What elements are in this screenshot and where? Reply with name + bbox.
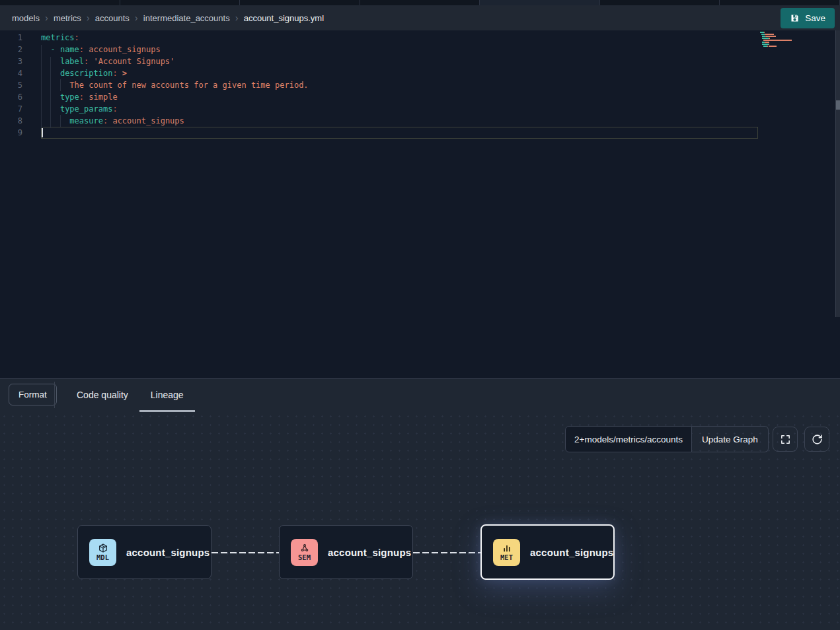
line-content: metrics: — [41, 32, 79, 44]
indent-guide — [50, 57, 51, 128]
breadcrumb-item[interactable]: metrics — [54, 13, 81, 23]
breadcrumb-item[interactable]: accounts — [95, 13, 130, 23]
badge-label: SEM — [298, 554, 311, 561]
breadcrumb: models›metrics›accounts›intermediate_acc… — [12, 13, 324, 24]
code-line[interactable]: 5 The count of new accounts for a given … — [0, 79, 840, 91]
save-icon — [790, 13, 800, 23]
tab-code-quality[interactable]: Code quality — [65, 379, 139, 412]
current-line-highlight — [41, 127, 758, 139]
breadcrumb-item[interactable]: models — [12, 13, 40, 23]
lineage-node-model[interactable]: MDL account_signups — [77, 525, 211, 579]
refresh-button[interactable] — [804, 427, 829, 452]
ide-window: models›metrics›accounts›intermediate_acc… — [0, 0, 840, 630]
lineage-edge — [413, 552, 480, 553]
line-number: 8 — [0, 115, 22, 127]
bar-chart-icon — [502, 543, 512, 553]
code-line[interactable]: 7 type_params: — [0, 103, 840, 115]
code-line[interactable]: 2 - name: account_signups — [0, 44, 840, 55]
line-number: 7 — [0, 103, 22, 115]
code-line[interactable]: 3 label: 'Account Signups' — [0, 55, 840, 67]
window-tab[interactable] — [240, 0, 360, 5]
line-content: measure: account_signups — [41, 115, 184, 127]
indent-guide — [60, 115, 61, 127]
lineage-edge — [211, 552, 279, 553]
line-content: type: simple — [41, 91, 118, 103]
node-label: account_signups — [328, 547, 411, 558]
code-line[interactable]: 4 description: > — [0, 67, 840, 79]
scrollbar-thumb[interactable] — [836, 100, 840, 110]
refresh-icon — [812, 434, 823, 445]
breadcrumb-separator-icon: › — [87, 13, 90, 24]
lineage-canvas[interactable]: Update Graph — [0, 412, 840, 630]
tab-divider — [54, 382, 55, 408]
window-tab[interactable] — [360, 0, 480, 5]
metric-badge: MET — [493, 539, 520, 566]
window-tabstrip — [0, 0, 840, 5]
window-tab[interactable] — [480, 0, 600, 5]
line-content: - name: account_signups — [41, 44, 161, 55]
window-tab[interactable] — [120, 0, 241, 5]
file-header-bar: models›metrics›accounts›intermediate_acc… — [0, 5, 840, 30]
panel-tabs: Code qualityLineage — [65, 379, 195, 412]
line-content: The count of new accounts for a given ti… — [41, 79, 309, 91]
line-number: 9 — [0, 127, 22, 139]
breadcrumb-item[interactable]: intermediate_accounts — [143, 13, 230, 23]
line-number: 4 — [0, 67, 22, 79]
network-icon — [299, 543, 310, 553]
breadcrumb-separator-icon: › — [235, 13, 239, 24]
line-content: label: 'Account Signups' — [41, 55, 174, 67]
line-content: type_params: — [41, 103, 118, 115]
lineage-node-semantic-model[interactable]: SEM account_signups — [279, 525, 413, 579]
lineage-node-metric[interactable]: MET account_signups — [480, 524, 615, 580]
line-number: 1 — [0, 32, 22, 44]
model-badge: MDL — [89, 539, 116, 566]
semantic-badge: SEM — [291, 539, 318, 566]
panel-tab-row: Format Code qualityLineage — [0, 379, 840, 412]
cube-icon — [98, 543, 108, 553]
badge-label: MET — [500, 554, 513, 561]
lineage-selector-input[interactable] — [565, 426, 692, 452]
text-cursor — [42, 128, 43, 137]
minimap[interactable] — [760, 32, 802, 50]
badge-label: MDL — [96, 554, 109, 561]
editor-scrollbar[interactable] — [835, 30, 840, 317]
code-line[interactable]: 9 — [0, 127, 840, 139]
line-content: description: > — [41, 67, 127, 79]
window-tab[interactable] — [0, 0, 120, 5]
window-tab[interactable] — [720, 0, 840, 5]
bottom-panel: Format Code qualityLineage Update Graph — [0, 379, 840, 630]
breadcrumb-separator-icon: › — [45, 13, 48, 24]
indent-guide — [60, 79, 61, 91]
code-line[interactable]: 6 type: simple — [0, 91, 840, 103]
lineage-selector-group: Update Graph — [565, 426, 769, 452]
save-button-label: Save — [805, 13, 825, 23]
fullscreen-icon — [780, 434, 791, 445]
line-number: 6 — [0, 91, 22, 103]
save-button[interactable]: Save — [781, 8, 835, 28]
code-editor[interactable]: 1metrics:2 - name: account_signups3 labe… — [0, 30, 840, 378]
code-line[interactable]: 1metrics: — [0, 32, 840, 44]
breadcrumb-item[interactable]: account_signups.yml — [244, 13, 324, 23]
indent-guide — [41, 45, 42, 128]
line-number: 3 — [0, 55, 22, 67]
editor-lines: 1metrics:2 - name: account_signups3 labe… — [0, 32, 840, 139]
window-tab[interactable] — [600, 0, 720, 5]
line-number: 5 — [0, 79, 22, 91]
breadcrumb-separator-icon: › — [135, 13, 138, 24]
tab-lineage[interactable]: Lineage — [139, 379, 195, 412]
node-label: account_signups — [530, 547, 613, 558]
update-graph-button[interactable]: Update Graph — [692, 426, 769, 452]
fullscreen-button[interactable] — [773, 427, 798, 452]
format-button[interactable]: Format — [9, 384, 57, 405]
node-label: account_signups — [126, 547, 210, 558]
line-number: 2 — [0, 44, 22, 55]
code-line[interactable]: 8 measure: account_signups — [0, 115, 840, 127]
